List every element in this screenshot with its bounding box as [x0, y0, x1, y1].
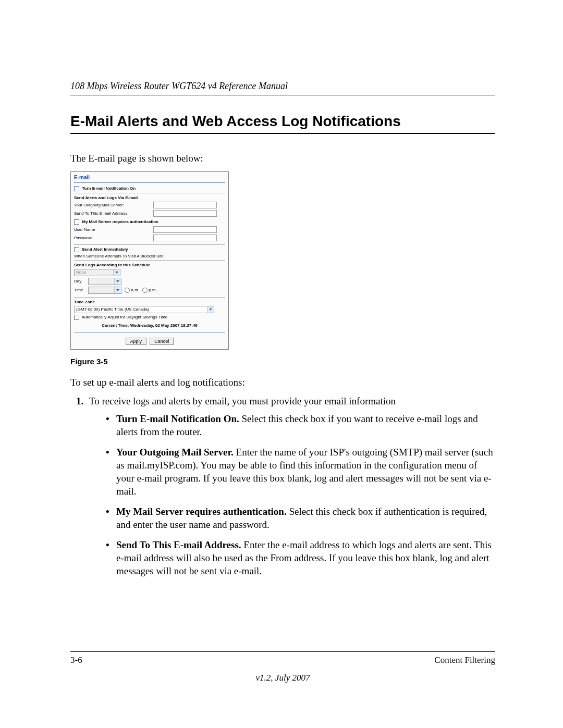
- alert-immediate-subtext: When Someone Attempts To Visit A Blocked…: [74, 254, 225, 258]
- bullet-sendto: Send To This E-mail Address. Enter the e…: [106, 538, 495, 577]
- pm-radio[interactable]: [142, 288, 148, 293]
- am-label: a.m.: [131, 288, 139, 292]
- password-label: Password: [74, 236, 152, 240]
- password-input[interactable]: [153, 235, 217, 241]
- email-config-screenshot: E-mail Turn E-mail Notification On Send …: [70, 171, 229, 350]
- dst-label: Automatically Adjust for Daylight Saving…: [82, 315, 168, 319]
- bullet-turn-on: Turn E-mail Notification On. Select this…: [106, 412, 495, 438]
- page-number: 3-6: [70, 655, 82, 665]
- am-radio[interactable]: [125, 288, 130, 293]
- day-label: Day: [74, 279, 87, 283]
- turn-email-on-checkbox[interactable]: [74, 186, 79, 191]
- alert-immediate-checkbox[interactable]: [74, 247, 79, 252]
- bullet-auth: My Mail Server requires authentication. …: [106, 505, 495, 531]
- figure-caption: Figure 3-5: [70, 357, 495, 366]
- schedule-select[interactable]: None: [74, 269, 120, 276]
- running-header: 108 Mbps Wireless Router WGT624 v4 Refer…: [70, 81, 495, 95]
- current-time-value: Wednesday, 02 May 2007 18:27:49: [130, 323, 198, 328]
- turn-email-on-label: Turn E-mail Notification On: [82, 186, 136, 191]
- step-1: To receive logs and alerts by email, you…: [86, 396, 495, 578]
- cancel-button[interactable]: Cancel: [150, 338, 174, 345]
- time-label: Time: [74, 288, 87, 292]
- sendto-input[interactable]: [153, 210, 217, 217]
- auth-label: My Mail Server requires authentication: [82, 219, 158, 224]
- send-alerts-header: Send Alerts and Logs Via E-mail: [74, 195, 225, 200]
- timezone-header: Time Zone: [74, 300, 225, 304]
- schedule-header: Send Logs According to this Schedule: [74, 263, 225, 267]
- intro-text: The E-mail page is shown below:: [70, 153, 495, 164]
- apply-button[interactable]: Apply: [126, 338, 147, 345]
- page-footer: 3-6 Content Filtering v1.2, July 2007: [70, 651, 495, 683]
- outgoing-server-input[interactable]: [153, 202, 217, 208]
- sendto-label: Send To This E-mail Address:: [74, 211, 152, 216]
- username-label: User Name: [74, 227, 152, 232]
- chapter-label: Content Filtering: [434, 655, 495, 665]
- auth-checkbox[interactable]: [74, 219, 79, 225]
- pm-label: p.m.: [149, 288, 157, 292]
- current-time-label: Current Time:: [102, 323, 129, 328]
- alert-immediate-label: Send Alert Immediately: [82, 247, 128, 252]
- section-title: E-Mail Alerts and Web Access Log Notific…: [70, 113, 495, 134]
- instructions-lead: To set up e-mail alerts and log notifica…: [70, 376, 495, 389]
- time-select[interactable]: [88, 287, 121, 294]
- outgoing-server-label: Your Outgoing Mail Server:: [74, 203, 152, 207]
- version-line: v1.2, July 2007: [70, 673, 495, 683]
- timezone-select[interactable]: (GMT-08:00) Pacific Time (US Canada): [74, 306, 214, 313]
- day-select[interactable]: [88, 278, 121, 285]
- panel-title: E-mail: [74, 175, 225, 180]
- username-input[interactable]: [153, 226, 217, 233]
- dst-checkbox[interactable]: [74, 315, 79, 320]
- bullet-outgoing-server: Your Outgoing Mail Server. Enter the nam…: [106, 446, 495, 498]
